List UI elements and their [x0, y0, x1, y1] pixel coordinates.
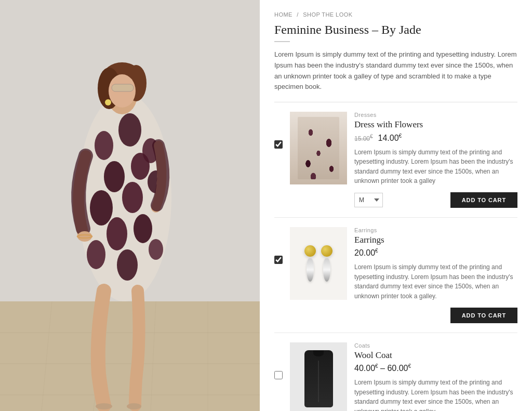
breadcrumb-section[interactable]: SHOP THE LOOK — [303, 11, 352, 18]
model-photo-panel: ⊕ — [0, 0, 260, 411]
svg-point-31 — [96, 403, 112, 409]
product-price-dress: 15.00€ 14.00€ — [354, 132, 517, 142]
page-description: Lorem Ipsum is simply dummy text of the … — [274, 49, 517, 92]
svg-point-15 — [90, 190, 113, 226]
product-image-earrings — [290, 227, 347, 300]
product-category-coat: Coats — [354, 342, 517, 349]
product-desc-earrings: Lorem Ipsum is simply dummy text of the … — [354, 262, 517, 301]
svg-point-19 — [134, 214, 152, 243]
svg-point-16 — [122, 182, 143, 213]
svg-point-21 — [117, 249, 138, 281]
product-info-dress: Dresses Dress with Flowers 15.00€ 14.00€… — [354, 112, 517, 208]
product-info-coat: Coats Wool Coat 40.00€ – 60.00€ Lorem Ip… — [354, 342, 517, 411]
svg-point-14 — [131, 153, 150, 180]
svg-rect-28 — [112, 84, 134, 91]
price-coat-range: 40.00€ – 60.00€ — [354, 364, 411, 373]
product-price-coat: 40.00€ – 60.00€ — [354, 363, 517, 373]
product-price-earrings: 20.00€ — [354, 248, 517, 258]
product-category-dress: Dresses — [354, 112, 517, 118]
product-image-coat — [290, 342, 347, 411]
breadcrumb-home[interactable]: HOME — [274, 11, 292, 18]
svg-point-22 — [149, 239, 163, 260]
product-name-coat: Wool Coat — [354, 350, 517, 361]
page-title: Feminine Business – By Jade — [274, 23, 517, 37]
product-item-dress: Dresses Dress with Flowers 15.00€ 14.00€… — [274, 102, 517, 218]
product-image-dress — [290, 112, 347, 184]
product-desc-coat: Lorem Ipsum is simply dummy text of the … — [354, 378, 517, 411]
svg-point-18 — [107, 217, 127, 250]
svg-point-32 — [127, 403, 141, 409]
product-category-earrings: Earrings — [354, 227, 517, 233]
model-photo — [0, 0, 260, 411]
price-original-dress: 15.00€ — [354, 135, 373, 142]
svg-point-10 — [95, 131, 113, 160]
price-earrings: 20.00€ — [354, 248, 378, 257]
size-select-dress[interactable]: M S L XL — [354, 193, 383, 207]
right-panel: HOME / SHOP THE LOOK Feminine Business –… — [260, 0, 532, 411]
product-actions-dress: M S L XL ADD TO CART — [354, 192, 517, 208]
earrings-image — [290, 227, 347, 300]
product-name-dress: Dress with Flowers — [354, 120, 517, 130]
coat-image — [290, 342, 347, 411]
price-sale-dress: 14.00€ — [378, 134, 402, 142]
product-checkbox-dress[interactable] — [274, 140, 283, 149]
product-name-earrings: Earrings — [354, 235, 517, 245]
svg-point-29 — [77, 231, 92, 242]
breadcrumb: HOME / SHOP THE LOOK — [274, 11, 517, 18]
product-item-earrings: Earrings Earrings 20.00€ Lorem Ipsum is … — [274, 218, 517, 333]
product-info-earrings: Earrings Earrings 20.00€ Lorem Ipsum is … — [354, 227, 517, 323]
title-divider — [274, 41, 290, 42]
svg-point-20 — [87, 240, 105, 269]
add-to-cart-earrings[interactable]: ADD TO CART — [450, 308, 517, 323]
product-desc-dress: Lorem Ipsum is simply dummy text of the … — [354, 148, 517, 186]
svg-point-11 — [118, 113, 141, 147]
product-actions-earrings: ADD TO CART — [354, 308, 517, 323]
product-checkbox-earrings[interactable] — [274, 256, 283, 264]
product-item-coat: Coats Wool Coat 40.00€ – 60.00€ Lorem Ip… — [274, 333, 517, 411]
svg-point-33 — [105, 99, 111, 105]
product-checkbox-coat[interactable] — [274, 371, 283, 379]
dress-image — [290, 112, 347, 184]
add-to-cart-dress[interactable]: ADD TO CART — [450, 192, 517, 208]
svg-point-13 — [104, 161, 125, 192]
